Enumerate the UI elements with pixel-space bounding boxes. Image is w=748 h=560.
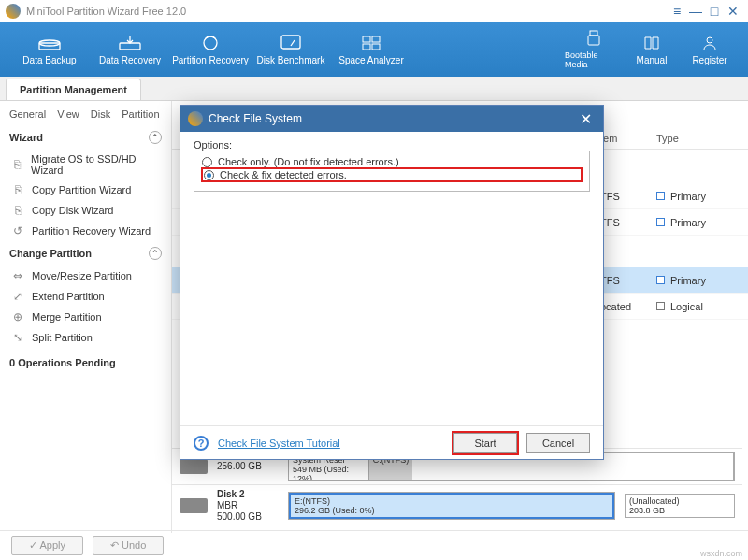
data-recovery-button[interactable]: Data Recovery — [90, 25, 170, 74]
check-file-system-dialog: Check File System ✕ Options: Check only.… — [180, 105, 604, 460]
partition-segment-selected[interactable]: E:(NTFS)296.2 GB (Used: 0%) — [289, 493, 614, 519]
disk-icon — [180, 498, 208, 513]
copy-disk-icon: ⎘ — [11, 204, 24, 217]
copy-icon: ⎘ — [11, 183, 24, 196]
sidebar-item-label: Copy Partition Wizard — [32, 184, 131, 195]
collapse-icon[interactable]: ⌃ — [149, 131, 162, 144]
cancel-button[interactable]: Cancel — [526, 433, 590, 453]
tab-partition-management[interactable]: Partition Management — [6, 79, 141, 100]
subtab-view[interactable]: View — [57, 108, 79, 120]
sidebar-item-extend[interactable]: ⤢Extend Partition — [0, 286, 171, 307]
sidebar-item-label: Partition Recovery Wizard — [32, 225, 151, 237]
square-icon — [656, 192, 665, 200]
grid-icon — [360, 35, 382, 51]
radio-check-only[interactable]: Check only. (Do not fix detected errors.… — [202, 155, 582, 168]
square-icon — [656, 276, 665, 284]
svg-rect-5 — [363, 36, 370, 42]
svg-rect-2 — [120, 43, 140, 50]
subtab-disk[interactable]: Disk — [91, 108, 110, 120]
recovery-icon: ↺ — [11, 224, 24, 237]
unallocated-segment[interactable]: (Unallocated)203.8 GB — [625, 494, 735, 518]
ribbon-label: Partition Recovery — [172, 55, 249, 65]
user-key-icon — [698, 35, 721, 51]
sidebar-item-label: Merge Partition — [32, 311, 102, 323]
svg-rect-6 — [372, 36, 380, 42]
ribbon-label: Manual — [637, 55, 668, 65]
undo-button[interactable]: ↶ Undo — [93, 536, 164, 555]
menu-icon[interactable]: ≡ — [668, 4, 686, 19]
column-header-type[interactable]: Type — [649, 133, 686, 144]
cell-type: Primary — [649, 217, 713, 228]
extend-icon: ⤢ — [11, 290, 24, 303]
sidebar-item-label: Move/Resize Partition — [32, 270, 132, 281]
sidebar-item-label: Extend Partition — [32, 291, 105, 302]
close-button[interactable]: ✕ — [724, 4, 742, 19]
help-icon[interactable]: ? — [194, 436, 209, 451]
disk-row-2[interactable]: Disk 2 MBR 500.00 GB E:(NTFS)296.2 GB (U… — [172, 484, 742, 526]
subtab-partition[interactable]: Partition — [122, 108, 159, 120]
ribbon-label: Data Backup — [22, 55, 76, 65]
subtab-general[interactable]: General — [9, 108, 46, 120]
sidebar-item-copy-partition[interactable]: ⎘Copy Partition Wizard — [0, 179, 171, 200]
radio-icon — [204, 170, 214, 180]
collapse-icon[interactable]: ⌃ — [149, 247, 162, 260]
sidebar-item-label: Copy Disk Wizard — [32, 205, 113, 216]
ribbon-label: Data Recovery — [99, 55, 161, 65]
sidebar-item-split[interactable]: ⤡Split Partition — [0, 327, 171, 348]
svg-rect-10 — [588, 36, 599, 45]
watermark: wsxdn.com — [700, 549, 742, 558]
svg-rect-4 — [281, 36, 300, 49]
sidebar-item-partition-recovery[interactable]: ↺Partition Recovery Wizard — [0, 221, 171, 241]
svg-rect-9 — [590, 31, 597, 36]
dialog-close-button[interactable]: ✕ — [576, 110, 596, 128]
disk-benchmark-button[interactable]: Disk Benchmark — [251, 25, 331, 74]
cell-type: Primary — [649, 191, 713, 202]
svg-point-3 — [204, 36, 217, 50]
drive-download-icon — [119, 35, 141, 51]
svg-point-11 — [707, 37, 712, 43]
dialog-logo-icon — [188, 111, 203, 126]
register-button[interactable]: Register — [681, 25, 739, 74]
options-label: Options: — [194, 139, 590, 151]
svg-rect-8 — [372, 44, 380, 50]
square-icon — [656, 218, 665, 226]
operations-pending: 0 Operations Pending — [0, 348, 171, 378]
manual-button[interactable]: Manual — [623, 25, 681, 74]
window-title: MiniTool Partition Wizard Free 12.0 — [26, 6, 668, 17]
ribbon-label: Bootable Media — [565, 50, 623, 69]
bootable-media-button[interactable]: Bootable Media — [565, 25, 623, 74]
sidebar-item-migrate-os[interactable]: ⎘Migrate OS to SSD/HD Wizard — [0, 150, 171, 179]
ribbon-label: Disk Benchmark — [257, 55, 325, 65]
sidebar-item-copy-disk[interactable]: ⎘Copy Disk Wizard — [0, 200, 171, 221]
resize-icon: ⇔ — [11, 269, 24, 282]
book-icon — [640, 35, 663, 51]
partition-recovery-button[interactable]: Partition Recovery — [170, 25, 251, 74]
radio-icon — [202, 157, 212, 167]
sidebar-item-merge[interactable]: ⊕Merge Partition — [0, 307, 171, 327]
disk-size: 256.00 GB — [217, 461, 279, 472]
ribbon-label: Register — [692, 55, 726, 65]
radio-label: Check only. (Do not fix detected errors.… — [218, 156, 399, 167]
maximize-button[interactable]: □ — [705, 4, 724, 19]
ribbon-label: Space Analyzer — [338, 55, 404, 65]
cell-type: Logical — [649, 301, 711, 312]
disk-refresh-icon — [199, 35, 222, 51]
radio-check-and-fix[interactable]: Check & fix detected errors. — [202, 168, 582, 181]
disk-label: Disk 2 MBR 500.00 GB — [217, 489, 279, 523]
square-icon — [656, 302, 665, 310]
radio-label: Check & fix detected errors. — [220, 169, 347, 180]
usb-icon — [583, 30, 605, 47]
migrate-icon: ⎘ — [11, 158, 23, 171]
split-icon: ⤡ — [11, 331, 24, 344]
apply-button[interactable]: ✓ Apply — [11, 536, 83, 555]
space-analyzer-button[interactable]: Space Analyzer — [331, 25, 411, 74]
sidebar-item-move-resize[interactable]: ⇔Move/Resize Partition — [0, 266, 171, 286]
gauge-icon — [280, 35, 302, 51]
start-button[interactable]: Start — [453, 433, 517, 453]
data-backup-button[interactable]: Data Backup — [9, 25, 90, 74]
disk-icon — [180, 459, 208, 474]
sidebar-head-wizard: Wizard — [9, 132, 43, 143]
sidebar-item-label: Migrate OS to SSD/HD Wizard — [31, 153, 162, 176]
minimize-button[interactable]: — — [686, 4, 705, 19]
tutorial-link[interactable]: Check File System Tutorial — [218, 438, 340, 449]
